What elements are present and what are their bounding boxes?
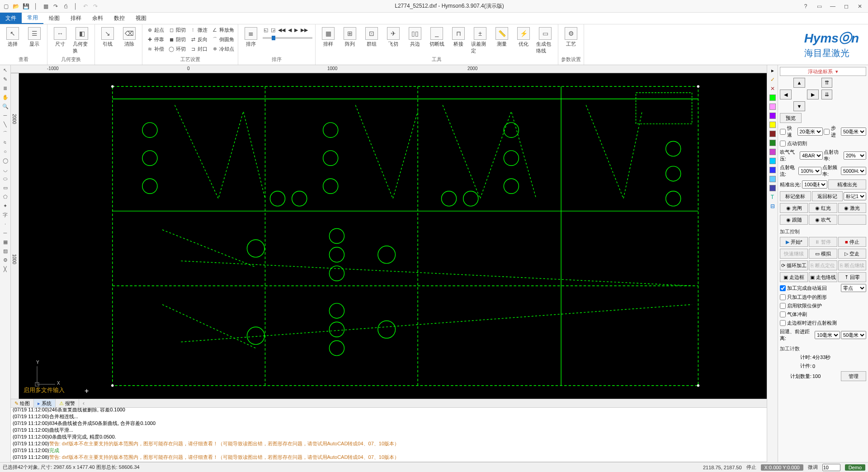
point-current-select[interactable]: 100% [798, 167, 821, 175]
frame-point-checkbox[interactable]: 走边框时进行点射检测 [780, 320, 866, 326]
close-icon[interactable]: ✕ [854, 2, 866, 11]
redo-icon[interactable]: ↷ [52, 2, 60, 10]
ring-cut-button[interactable]: ◯环切 [167, 44, 187, 53]
simulate-button[interactable]: ▭模拟 [809, 249, 837, 259]
layer-text-icon[interactable]: T [769, 194, 776, 201]
tab-draw[interactable]: 绘图 [43, 13, 65, 24]
envelope-walk-button[interactable]: ▣走包络线 [809, 272, 837, 282]
jog-left-button[interactable]: ◀ [780, 90, 792, 99]
sort-prev-icon[interactable]: ◀◀ [277, 25, 286, 34]
mark-select[interactable]: 标记1 [844, 192, 866, 200]
blow-pressure-select[interactable]: 4BAR [800, 151, 823, 160]
layer-darkred[interactable] [769, 131, 776, 137]
extra-button[interactable] [838, 215, 866, 225]
coord-mode-select[interactable]: 浮动坐标系▾ [780, 67, 866, 76]
reverse-button[interactable]: ⇄反向 [189, 35, 208, 44]
pointer-icon[interactable]: ↖ [1, 66, 9, 74]
point-freq-select[interactable]: 5000Hz [841, 167, 866, 175]
layer-yellow[interactable] [769, 122, 776, 128]
loop-button[interactable]: ⟳循环加工 [780, 260, 808, 270]
pause-button[interactable]: ⏸暂停 [809, 237, 837, 247]
layer-cyan[interactable] [769, 158, 776, 164]
circle3p-icon[interactable]: ◯ [1, 156, 9, 165]
ellipse-icon[interactable]: ⬭ [1, 175, 9, 183]
return-mark-button[interactable]: 返回标记 [812, 191, 843, 201]
tab-cnc[interactable]: 数控 [108, 13, 130, 24]
sort-opt1-icon[interactable]: ◱ [263, 25, 269, 34]
text-icon[interactable]: 字 [1, 211, 9, 219]
polyline-icon[interactable]: ⺀ [1, 138, 9, 146]
layer-navy[interactable] [769, 185, 776, 191]
gear-icon[interactable]: ⚙ [1, 256, 9, 264]
envelope-button[interactable]: ▭生成包络线 [535, 25, 555, 56]
sort-next-icon[interactable]: ▶▶ [300, 25, 309, 34]
frame-button[interactable]: ▣走边框 [780, 272, 808, 282]
precise-out-button[interactable]: 精准出光 [828, 179, 866, 189]
precise-out-select[interactable]: 100毫秒 [802, 180, 827, 189]
sort-back-icon[interactable]: ◀ [287, 25, 292, 34]
jog-down-button[interactable]: ▼ [793, 101, 805, 111]
fine-tune-input[interactable] [822, 464, 840, 471]
layer-magenta[interactable] [769, 149, 776, 155]
sort-opt2-icon[interactable]: ◲ [270, 25, 276, 34]
circle-icon[interactable]: ○ [1, 147, 9, 156]
layer-green[interactable] [769, 94, 776, 101]
arc-icon[interactable]: ⌒ [1, 129, 9, 137]
z-down-button[interactable]: ⇊ [821, 90, 832, 99]
only-selected-checkbox[interactable]: 只加工选中的图形 [780, 294, 866, 301]
tab-file[interactable]: 文件 [0, 13, 22, 24]
redo2-icon[interactable]: ↷ [91, 2, 99, 10]
preview-button[interactable]: 预览 [780, 113, 802, 123]
blow-button[interactable]: ◉吹气 [809, 215, 837, 225]
line-icon[interactable]: ╲ [1, 120, 9, 128]
step-checkbox[interactable]: 步进 [824, 125, 840, 138]
nest-button[interactable]: ▦排样 [318, 25, 338, 49]
group-button[interactable]: ⊡群组 [362, 25, 382, 49]
start-button[interactable]: ▶开始* [780, 237, 808, 247]
minimize-icon[interactable]: — [826, 2, 839, 11]
gas-flush-checkbox[interactable]: 气体冲刷 [780, 311, 866, 318]
layer-purple[interactable] [769, 113, 776, 119]
save-icon[interactable]: 💾 [22, 2, 30, 10]
craft-param-button[interactable]: ⚙工艺 [561, 25, 581, 49]
bridge-button[interactable]: ⊓桥接 [448, 25, 468, 49]
error-measure-button[interactable]: ±误差测定 [470, 25, 490, 56]
layer-lightblue[interactable] [769, 176, 776, 182]
return-point-select[interactable]: 零点 [841, 284, 866, 292]
star-icon[interactable]: ✦ [1, 202, 9, 210]
btab-system[interactable]: ▸系统 [34, 399, 56, 407]
btab-draw[interactable]: ✎绘图 [11, 399, 34, 407]
breakpoint-continue-button[interactable]: ⎘断点继续 [838, 260, 866, 270]
auto-return-checkbox[interactable]: 加工完成自动返回 [780, 285, 827, 292]
lead-button[interactable]: ↘引线 [98, 25, 118, 49]
polygon-icon[interactable]: ⬠ [1, 193, 9, 201]
layer2-icon[interactable]: ▨ [1, 247, 9, 255]
fast-select[interactable]: 20毫米 [797, 127, 823, 136]
flycut-button[interactable]: ✈飞切 [383, 25, 403, 49]
log-panel[interactable]: (07/19 11:12:00)去除重复线(07/19 11:12:00)246… [11, 408, 767, 462]
point-power-select[interactable]: 20% [844, 151, 866, 160]
select-button[interactable]: ↖选择 [3, 25, 23, 49]
misc-icon[interactable]: ╳ [1, 265, 9, 273]
display-button[interactable]: ☰显示 [24, 25, 44, 49]
cutline-button[interactable]: ⎯切断线 [427, 25, 447, 49]
clear-button[interactable]: ⌫清除 [119, 25, 139, 49]
dock-button[interactable]: ✚停靠 [145, 35, 165, 44]
btab-alarm[interactable]: ⚠报警 [56, 399, 79, 407]
pipe-icon[interactable]: ⎙ [61, 2, 70, 10]
inner-cut-button[interactable]: ◼阴切 [167, 35, 187, 44]
shutter-button[interactable]: ◉光闸 [780, 203, 808, 213]
fast-checkbox[interactable]: 快速 [780, 125, 797, 138]
follow-button[interactable]: ◉跟随 [780, 215, 808, 225]
layer-dash-icon[interactable]: ⊟ [769, 203, 776, 210]
compensate-button[interactable]: ≋补偿 [145, 44, 165, 53]
jog-right-button[interactable]: ▶ [807, 90, 819, 99]
home-button[interactable]: ⤒回零 [838, 272, 866, 282]
release-angle-button[interactable]: ∠释放角 [210, 25, 235, 34]
red-light-button[interactable]: ◉红光 [809, 203, 837, 213]
sort-slider[interactable] [263, 37, 312, 39]
mark-coord-button[interactable]: 标记坐标 [780, 191, 811, 201]
fast-continue-button[interactable]: 快速继续 [780, 249, 808, 259]
step-select[interactable]: 50毫米 [841, 127, 866, 136]
layer-marker-icon[interactable]: ▸ [769, 67, 776, 74]
